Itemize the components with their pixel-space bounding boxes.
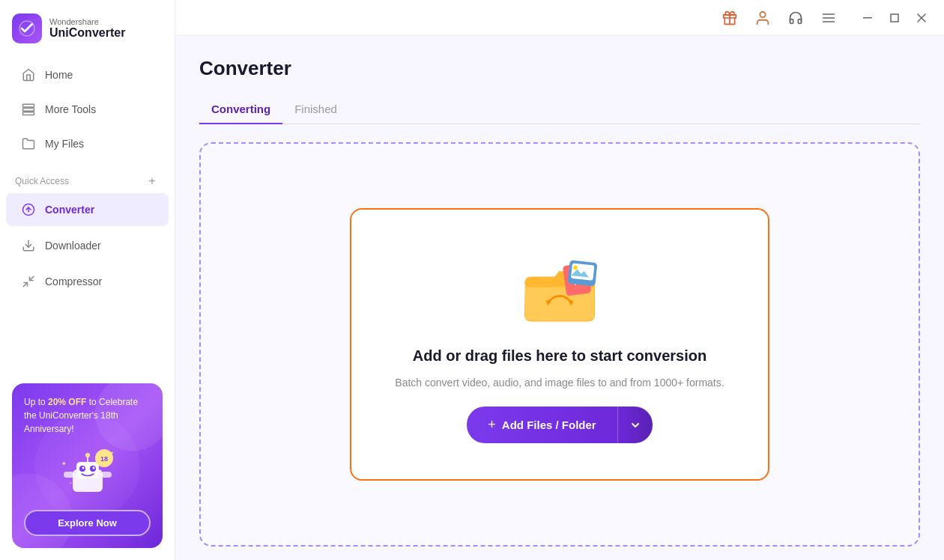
svg-rect-1 [23, 104, 34, 107]
svg-rect-20 [64, 472, 74, 478]
page-content-area: Converter Converting Finished [175, 36, 944, 560]
window-controls [857, 7, 932, 28]
svg-text:✦: ✦ [69, 481, 72, 485]
sidebar-item-home-label: Home [45, 69, 73, 81]
svg-rect-2 [23, 109, 34, 112]
add-files-plus-icon: + [488, 417, 496, 433]
close-button[interactable] [911, 7, 932, 28]
add-files-main-button[interactable]: + Add Files / Folder [467, 407, 617, 443]
svg-rect-33 [863, 17, 872, 19]
logo-name: UniConverter [49, 26, 125, 40]
sidebar-bottom: Up to 20% OFF to Celebrate the UniConver… [0, 371, 175, 560]
quick-access-label: Quick Access [15, 176, 69, 186]
drop-zone-outer[interactable]: ♪ Add or drag files here to start conver… [199, 142, 920, 547]
svg-point-17 [92, 466, 94, 469]
drop-zone-icon: ♪ [515, 246, 605, 335]
tab-converting[interactable]: Converting [199, 95, 282, 124]
promo-illustration: 18 ✦ ✦ ✦ [24, 436, 151, 510]
app-logo-icon [12, 13, 42, 43]
gift-icon[interactable] [719, 7, 740, 28]
logo-text: Wondershare UniConverter [49, 17, 125, 40]
headset-icon[interactable] [785, 7, 806, 28]
svg-rect-21 [101, 472, 112, 478]
main-content: Converter Converting Finished [175, 0, 944, 560]
promo-highlight: 20% OFF [48, 397, 86, 407]
svg-rect-42 [571, 263, 594, 280]
downloader-icon [21, 238, 36, 253]
tab-finished[interactable]: Finished [282, 95, 349, 124]
main-nav: Home More Tools My Files [0, 57, 175, 162]
quick-access-add-button[interactable]: + [145, 174, 160, 189]
home-icon [21, 67, 36, 82]
svg-line-7 [23, 283, 27, 287]
quick-access-header: Quick Access + [0, 168, 175, 192]
svg-text:✦: ✦ [61, 460, 67, 467]
sidebar-item-downloader[interactable]: Downloader [6, 229, 169, 262]
page-title: Converter [199, 57, 920, 80]
svg-text:18: 18 [100, 455, 107, 463]
promo-text: Up to 20% OFF to Celebrate the UniConver… [24, 395, 151, 436]
minimize-button[interactable] [857, 7, 878, 28]
titlebar [175, 0, 944, 36]
svg-point-29 [760, 11, 765, 16]
compressor-icon [21, 274, 36, 289]
promo-text-before: Up to [24, 397, 48, 407]
drop-zone-subtitle: Batch convert video, audio, and image fi… [395, 377, 724, 389]
user-icon[interactable] [752, 7, 773, 28]
tools-icon [21, 102, 36, 117]
sidebar-item-downloader-label: Downloader [45, 240, 101, 252]
drop-zone-title: Add or drag files here to start conversi… [413, 347, 707, 365]
add-files-dropdown-button[interactable] [617, 407, 653, 443]
sidebar-item-more-tools[interactable]: More Tools [6, 93, 169, 126]
svg-point-19 [85, 453, 90, 457]
promo-card: Up to 20% OFF to Celebrate the UniConver… [12, 383, 163, 548]
svg-rect-34 [891, 14, 898, 22]
sidebar-item-compressor-label: Compressor [45, 276, 102, 287]
svg-rect-3 [23, 112, 34, 115]
files-icon [21, 136, 36, 151]
add-files-button-group: + Add Files / Folder [467, 407, 652, 443]
sidebar-item-my-files[interactable]: My Files [6, 127, 169, 160]
sidebar-item-compressor[interactable]: Compressor [6, 265, 169, 298]
sidebar-item-more-tools-label: More Tools [45, 103, 96, 115]
svg-text:✦: ✦ [110, 451, 114, 455]
add-files-label: Add Files / Folder [502, 419, 596, 431]
logo-brand: Wondershare [49, 17, 125, 26]
svg-line-8 [30, 276, 34, 280]
drop-zone-inner[interactable]: ♪ Add or drag files here to start conver… [350, 208, 769, 481]
svg-point-16 [82, 466, 84, 469]
sidebar: Wondershare UniConverter Home Mor [0, 0, 175, 560]
tabs: Converting Finished [199, 95, 920, 124]
sidebar-item-converter-label: Converter [45, 204, 94, 216]
promo-explore-button[interactable]: Explore Now [24, 510, 151, 536]
sidebar-item-home[interactable]: Home [6, 58, 169, 91]
menu-icon[interactable] [818, 7, 839, 28]
maximize-button[interactable] [884, 7, 905, 28]
sidebar-item-converter[interactable]: Converter [6, 193, 169, 226]
sidebar-item-my-files-label: My Files [45, 138, 84, 150]
logo-area: Wondershare UniConverter [0, 0, 175, 57]
converter-icon [21, 202, 36, 217]
